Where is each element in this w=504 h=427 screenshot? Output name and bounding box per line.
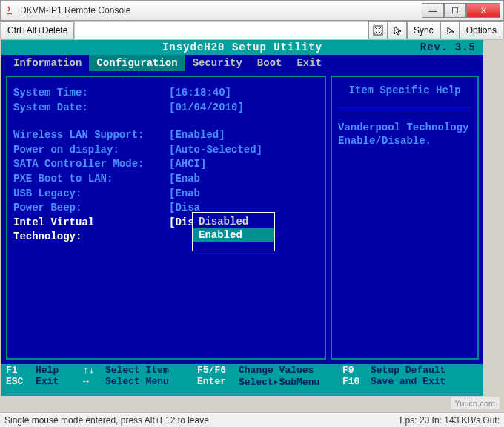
action-select-item: Select Item — [105, 365, 197, 376]
value-system-time: [16:18:40] — [169, 86, 231, 101]
row-system-date[interactable]: System Date: [01/04/2010] — [13, 101, 319, 116]
label-wireless-lan: Wireless LAN Support: — [13, 128, 169, 143]
key-f1: F1 — [6, 365, 36, 376]
fullscreen-icon[interactable] — [368, 21, 388, 39]
help-title: Item Specific Help — [338, 85, 471, 107]
footer-row-1: F1 Help ↑↓ Select Item F5/F6 Change Valu… — [6, 365, 479, 376]
ctrl-alt-delete-button[interactable]: Ctrl+Alt+Delete — [1, 21, 74, 39]
label-usb-legacy: USB Legacy: — [13, 187, 169, 202]
java-icon — [4, 4, 16, 16]
cursor-small-icon[interactable] — [440, 21, 460, 39]
key-enter: Enter — [197, 376, 239, 388]
footer-row-2: ESC Exit ↔ Select Menu Enter Select▸SubM… — [6, 376, 479, 388]
action-setup-default: Setup Default — [371, 365, 445, 376]
key-f5f6: F5/F6 — [197, 365, 239, 376]
action-help: Help — [36, 365, 83, 376]
row-power-on-display[interactable]: Power on display: [Auto-Selected] — [13, 143, 319, 158]
help-line-2: Enable/Disable. — [338, 134, 471, 148]
key-f10: F10 — [342, 376, 371, 388]
tab-information[interactable]: Information — [6, 55, 89, 71]
action-change-values: Change Values — [239, 365, 342, 376]
bios-title: InsydeH20 Setup Utility — [162, 42, 322, 53]
value-pxe-boot: [Enab — [169, 172, 200, 187]
key-leftright: ↔ — [83, 376, 105, 388]
sync-button[interactable]: Sync — [407, 21, 440, 39]
close-button[interactable]: ✕ — [466, 3, 500, 18]
minimize-button[interactable]: — — [422, 3, 444, 18]
action-select-submenu: Select▸SubMenu — [239, 376, 342, 388]
key-f9: F9 — [342, 365, 371, 376]
options-button[interactable]: Options — [460, 21, 503, 39]
value-sata-controller: [AHCI] — [169, 157, 206, 172]
label-power-on-display: Power on display: — [13, 143, 169, 158]
label-pxe-boot: PXE Boot to LAN: — [13, 172, 169, 187]
label-system-date: System Date: — [13, 101, 169, 116]
tab-security[interactable]: Security — [185, 55, 250, 71]
bios-tabs: Information Configuration Security Boot … — [1, 55, 483, 71]
bios-header: InsydeH20 Setup Utility Rev. 3.5 — [1, 40, 483, 55]
bios-revision: Rev. 3.5 — [420, 40, 476, 55]
label-system-time: System Time: — [13, 86, 169, 101]
tab-configuration[interactable]: Configuration — [89, 55, 185, 71]
key-updown: ↑↓ — [83, 365, 105, 376]
tab-boot[interactable]: Boot — [250, 55, 290, 71]
bios-footer: F1 Help ↑↓ Select Item F5/F6 Change Valu… — [1, 364, 483, 388]
window-titlebar: DKVM-IP1 Remote Console — ☐ ✕ — [0, 0, 504, 21]
row-sata-controller[interactable]: SATA Controller Mode: [AHCI] — [13, 157, 319, 172]
cursor-large-icon[interactable] — [388, 21, 407, 39]
window-buttons: — ☐ ✕ — [422, 3, 500, 18]
watermark-label: Yuucn.com — [451, 397, 500, 409]
bios-help-panel: Item Specific Help Vanderpool Technology… — [331, 76, 479, 360]
label-intel-vt: Intel Virtual Technology: — [13, 216, 169, 245]
bios-body: System Time: [16:18:40] System Date: [01… — [1, 71, 483, 364]
status-right: Fps: 20 In: 143 KB/s Out: — [399, 415, 500, 426]
maximize-button[interactable]: ☐ — [444, 3, 466, 18]
statusbar: Single mouse mode entered, press Alt+F12… — [0, 412, 504, 427]
window-title: DKVM-IP1 Remote Console — [20, 5, 422, 16]
row-wireless-lan[interactable]: Wireless LAN Support: [Enabled] — [13, 128, 319, 143]
value-system-date: [01/04/2010] — [169, 101, 244, 116]
popup-option-enabled[interactable]: Enabled — [193, 228, 274, 242]
tab-exit[interactable]: Exit — [289, 55, 329, 71]
remote-screen: InsydeH20 Setup Utility Rev. 3.5 Informa… — [1, 40, 483, 396]
value-popup: Disabled Enabled — [192, 212, 275, 251]
value-power-on-display: [Auto-Selected] — [169, 143, 262, 158]
help-text: Vanderpool Technology Enable/Disable. — [338, 121, 471, 148]
action-select-menu: Select Menu — [105, 376, 197, 388]
value-usb-legacy: [Enab — [169, 187, 200, 202]
key-esc: ESC — [6, 376, 36, 388]
popup-option-disabled[interactable]: Disabled — [193, 215, 274, 228]
help-line-1: Vanderpool Technology — [338, 121, 471, 134]
label-sata-controller: SATA Controller Mode: — [13, 157, 169, 172]
toolbar-spacer — [74, 21, 368, 39]
row-system-time[interactable]: System Time: [16:18:40] — [13, 86, 319, 101]
action-exit: Exit — [36, 376, 83, 388]
row-pxe-boot[interactable]: PXE Boot to LAN: [Enab — [13, 172, 319, 187]
value-wireless-lan: [Enabled] — [169, 128, 225, 143]
action-save-exit: Save and Exit — [371, 376, 445, 388]
bios-main-panel: System Time: [16:18:40] System Date: [01… — [6, 76, 326, 360]
toolbar: Ctrl+Alt+Delete Sync Options — [0, 21, 504, 40]
status-left: Single mouse mode entered, press Alt+F12… — [4, 415, 399, 426]
label-power-beep: Power Beep: — [13, 201, 169, 216]
row-usb-legacy[interactable]: USB Legacy: [Enab — [13, 187, 319, 202]
